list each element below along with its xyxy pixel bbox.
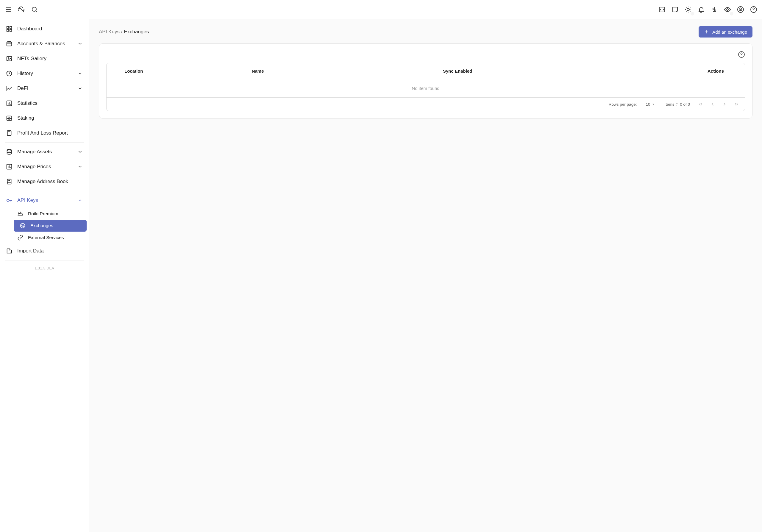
svg-point-19 [740,8,741,10]
col-sync[interactable]: Sync Enabled [362,63,553,79]
help-icon[interactable] [750,6,757,13]
next-page-button[interactable] [721,101,728,108]
chevron-down-icon [77,149,83,155]
sidebar-item-exchanges[interactable]: Exchanges [14,220,87,232]
help-icon[interactable] [738,51,745,58]
divider [5,191,84,191]
nav-label: Profit And Loss Report [17,130,83,136]
sidebar-item-manage-prices[interactable]: Manage Prices [0,159,89,174]
bell-icon[interactable] [698,6,705,13]
sidebar: Dashboard Accounts & Balances NFTs Galle… [0,19,89,532]
nav-label: Manage Prices [17,164,72,170]
plus-icon [704,29,709,35]
sidebar-item-import-data[interactable]: Import Data [0,244,89,259]
topbar-right [658,6,757,13]
sidebar-item-pnl[interactable]: Profit And Loss Report [0,126,89,140]
code-icon[interactable] [658,6,665,13]
wallet-icon [6,40,13,47]
user-icon[interactable] [737,6,744,13]
first-page-button[interactable] [697,101,704,108]
sidebar-item-address-book[interactable]: Manage Address Book [0,174,89,189]
svg-point-51 [7,199,9,201]
svg-rect-23 [10,27,12,28]
last-page-button[interactable] [733,101,740,108]
key-icon [6,197,13,204]
bar-chart-icon [6,163,13,170]
layout: Dashboard Accounts & Balances NFTs Galle… [0,19,762,532]
swap-icon [20,223,26,229]
svg-rect-48 [7,179,11,184]
cloud-off-icon[interactable] [18,6,25,13]
version-label: 1.31.3.DEV [0,262,89,275]
sidebar-item-staking[interactable]: Staking [0,111,89,126]
svg-line-5 [36,11,38,12]
sidebar-item-statistics[interactable]: Statistics [0,96,89,111]
table-wrap: Location Name Sync Enabled Actions No it… [106,63,745,111]
nav-label: Staking [17,115,83,121]
sidebar-item-nfts[interactable]: NFTs Gallery [0,51,89,66]
card-head [106,51,745,58]
chevron-down-icon [77,164,83,170]
pager [697,101,740,108]
svg-point-55 [21,224,25,228]
chevron-down-icon [77,85,83,91]
empty-row: No item found [107,79,745,98]
divider [5,142,84,143]
svg-rect-35 [7,131,11,136]
nav-label: History [17,71,72,77]
import-icon [6,248,13,254]
nav-label: Manage Address Book [17,179,83,185]
sidebar-item-manage-assets[interactable]: Manage Assets [0,144,89,159]
breadcrumb-current: Exchanges [124,29,149,35]
database-icon [6,149,13,155]
dashboard-icon [6,26,13,32]
col-name[interactable]: Name [247,63,362,79]
nav-label: Import Data [17,248,83,254]
search-icon[interactable] [31,6,38,13]
svg-marker-61 [653,104,654,105]
book-icon [6,178,13,185]
rows-per-page-label: Rows per page: [609,102,637,107]
privacy-icon[interactable] [724,6,731,13]
sidebar-item-history[interactable]: History [0,66,89,81]
calculator-icon [6,130,13,136]
prev-page-button[interactable] [709,101,716,108]
nav-label: External Services [28,235,83,240]
main-content: API Keys / Exchanges Add an exchange [89,19,762,532]
nav-label: Rotki Premium [28,211,83,216]
svg-point-43 [7,149,12,151]
nav-label: API Keys [17,197,72,203]
nav-label: NFTs Gallery [17,56,83,62]
theme-icon[interactable] [685,6,692,13]
svg-rect-22 [7,27,9,28]
inbox-icon [6,115,13,121]
breadcrumb-parent[interactable]: API Keys [99,29,120,35]
breadcrumb: API Keys / Exchanges [99,29,149,35]
add-exchange-button[interactable]: Add an exchange [699,26,752,38]
api-keys-sub: Rotki Premium Exchanges External Service… [0,208,89,244]
note-icon[interactable] [671,6,679,13]
svg-point-4 [32,7,36,11]
page-head: API Keys / Exchanges Add an exchange [99,26,752,38]
rows-per-page-select[interactable]: 10 [644,102,657,107]
currency-icon[interactable] [711,6,718,13]
chart-line-icon [6,85,13,92]
nav-label: DeFi [17,85,72,91]
svg-rect-25 [10,30,12,31]
breadcrumb-sep: / [121,29,123,35]
col-location[interactable]: Location [107,63,247,79]
sidebar-item-accounts[interactable]: Accounts & Balances [0,36,89,51]
sidebar-item-external-services[interactable]: External Services [11,232,89,244]
topbar [0,0,762,19]
nav-label: Dashboard [17,26,83,32]
nav-label: Exchanges [30,223,81,228]
sidebar-item-dashboard[interactable]: Dashboard [0,22,89,36]
sidebar-item-rotki-premium[interactable]: Rotki Premium [11,208,89,220]
menu-icon[interactable] [5,6,12,13]
chevron-down-icon [730,12,733,16]
chevron-down-icon [77,71,83,77]
crown-icon [17,211,23,217]
svg-line-3 [19,7,24,12]
sidebar-item-defi[interactable]: DeFi [0,81,89,96]
sidebar-item-api-keys[interactable]: API Keys [0,193,89,208]
